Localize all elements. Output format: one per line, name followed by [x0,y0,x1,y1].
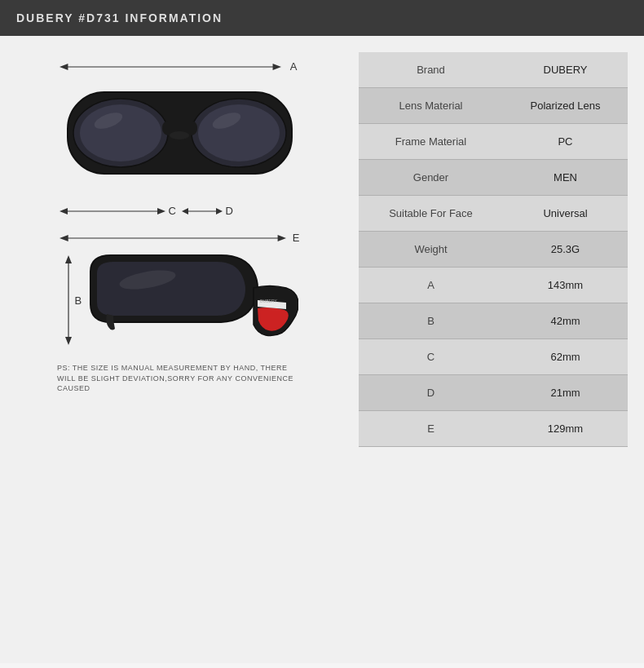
svg-marker-22 [65,255,72,263]
spec-label: B [359,303,503,339]
spec-value: 143mm [503,268,628,303]
spec-label: E [359,411,503,447]
spec-label: Frame Material [359,124,503,160]
dim-b-label: B [75,294,82,307]
svg-marker-14 [157,208,165,215]
spec-row: A143mm [359,268,628,303]
spec-label: A [359,268,503,303]
spec-row: GenderMEN [359,160,628,196]
dimension-e-arrow [60,233,286,243]
spec-value: 42mm [503,303,628,339]
spec-label: C [359,339,503,375]
svg-point-5 [80,104,161,161]
bottom-diagram: E B [49,232,310,353]
svg-point-9 [170,131,189,139]
specs-table: BrandDUBERYLens MaterialPolarized LensFr… [359,52,628,447]
spec-value: MEN [503,160,628,196]
svg-marker-1 [60,64,68,70]
dimension-c-arrow: C [60,205,178,217]
spec-row: Lens MaterialPolarized Lens [359,88,628,124]
dimension-b-vertical: B [64,255,73,345]
spec-label: Weight [359,232,503,268]
spec-row: D21mm [359,375,628,411]
spec-row: BrandDUBERY [359,52,628,88]
dim-a-label: A [288,60,300,73]
dimension-a-row: A [60,60,300,73]
svg-marker-17 [216,208,223,215]
spec-label: Suitable For Face [359,196,503,232]
dimension-e-row: E [60,232,300,244]
main-content: A [0,36,644,663]
top-diagram: A [49,60,310,217]
spec-label: Gender [359,160,503,196]
spec-value: PC [503,124,628,160]
svg-marker-2 [272,64,280,70]
header-title: DUBERY #D731 INFORMATION [16,11,223,24]
spec-label: Lens Material [359,88,503,124]
spec-value: Polarized Lens [503,88,628,124]
spec-label: Brand [359,52,503,88]
dim-e-label: E [293,232,300,244]
page-header: DUBERY #D731 INFORMATION [0,0,644,36]
spec-row: Suitable For FaceUniversal [359,196,628,232]
spec-row: B42mm [359,303,628,339]
glasses-side-view: DUBERY [82,247,298,353]
right-panel: BrandDUBERYLens MaterialPolarized LensFr… [359,52,628,647]
dimension-d-area: D [182,205,233,217]
measurement-note: PS: THE SIZE IS MANUAL MEASUREMENT BY HA… [57,363,302,394]
left-panel: A [16,52,342,647]
spec-value: 25.3G [503,232,628,268]
dim-c-label: C [169,205,176,217]
spec-row: E129mm [359,411,628,447]
svg-marker-19 [60,235,68,241]
dimension-a-arrow [60,62,281,72]
spec-value: DUBERY [503,52,628,88]
spec-value: 129mm [503,411,628,447]
svg-marker-16 [182,208,188,215]
glasses-top-view [60,76,300,202]
svg-marker-20 [277,235,286,241]
spec-value: 21mm [503,375,628,411]
svg-point-7 [198,104,280,161]
spec-value: 62mm [503,339,628,375]
side-view-container: B DUBE [60,247,300,353]
spec-row: Frame MaterialPC [359,124,628,160]
svg-marker-23 [65,337,72,345]
dimension-cd-row: C D [60,205,300,217]
spec-row: C62mm [359,339,628,375]
svg-marker-13 [60,208,68,215]
dim-d-label: D [226,205,233,217]
spec-value: Universal [503,196,628,232]
spec-label: D [359,375,503,411]
spec-row: Weight25.3G [359,232,628,268]
svg-text:DUBERY: DUBERY [260,299,277,303]
